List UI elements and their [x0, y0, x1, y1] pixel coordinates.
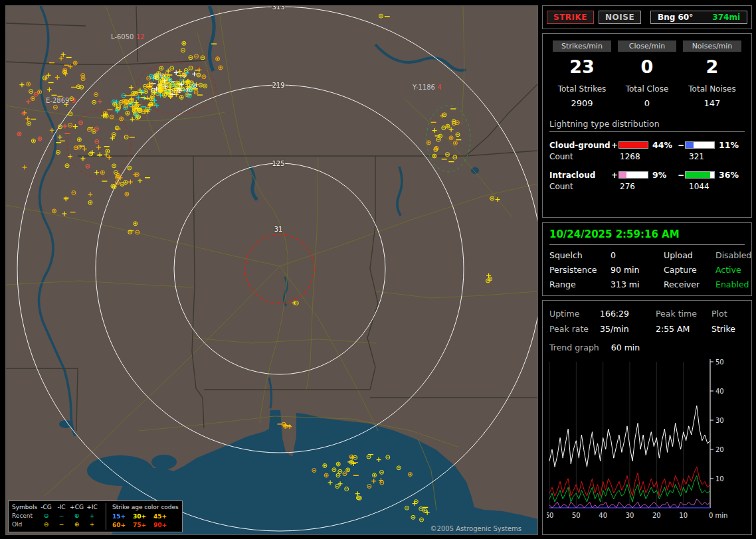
ic-neg-bar: [685, 171, 715, 179]
trend-panel: Uptime 166:29 Peak time Plot Peak rate 3…: [542, 300, 752, 535]
cg-pos-old-icon: ⊕: [69, 520, 84, 529]
legend-age-codes: Strike age color codes 15+30+45+ 60+75+9…: [106, 503, 179, 530]
plus-icon: +: [611, 171, 618, 180]
ic-pos-pct: 9%: [649, 170, 677, 180]
ic-pos-count: 276: [611, 182, 680, 191]
cloud-ground-row: Cloud-ground + 44% − 11%: [549, 140, 745, 150]
legend-recent-label: Recent: [12, 512, 39, 520]
plot-label: Plot: [711, 309, 749, 319]
total-noises-value: 147: [680, 98, 745, 108]
ic-neg-pct: 36%: [715, 170, 742, 180]
cg-neg-pct: 11%: [715, 140, 742, 150]
storm-cell-label: E-2869 9: [46, 97, 76, 104]
x-axis-label: 60: [547, 512, 553, 519]
legend-symbols: Symbols -CG -IC +CG +IC Recent ⊖ − ⊕ + O…: [12, 503, 100, 530]
legend-symbols-label: Symbols: [12, 503, 39, 512]
distribution-title: Lightning type distribution: [549, 119, 745, 132]
y-axis-label: 30: [715, 417, 724, 424]
close-per-min-value: 0: [614, 56, 680, 77]
plot-value: Strike: [711, 324, 749, 334]
ic-pos-bar: [618, 171, 648, 179]
persistence-value: 90 min: [611, 265, 664, 275]
range-label: Range: [549, 279, 611, 289]
strikes-per-min-value: 23: [549, 56, 614, 77]
intracloud-label: Intracloud: [549, 171, 611, 180]
bearing-range-display: Bng 60° 374mi: [650, 11, 747, 24]
cg-pos-bar: [618, 141, 648, 149]
y-axis-label: 40: [715, 388, 724, 395]
capture-value: Active: [715, 265, 751, 275]
map-panel: 31321912531 E-2869 9L-6050 12Y-1186 4 Sy…: [5, 5, 538, 535]
range-ring-label: 125: [272, 160, 284, 167]
x-axis-label: 20: [652, 512, 661, 519]
cg-count-label: Count: [549, 152, 611, 161]
lake: [87, 455, 153, 486]
strike-toggle-button[interactable]: STRIKE: [547, 11, 594, 24]
noises-per-min-header[interactable]: Noises/min: [683, 40, 741, 52]
receiver-value: Enabled: [715, 279, 751, 289]
range-ring-label: 219: [272, 82, 284, 89]
upload-label: Upload: [664, 250, 715, 260]
strikes-rate-column: Strikes/min 23 Total Strikes 2909: [549, 40, 614, 108]
ic-count-label: Count: [549, 182, 611, 191]
uptime-label: Uptime: [549, 309, 600, 319]
session-info-grid: Uptime 166:29 Peak time Plot Peak rate 3…: [547, 309, 749, 334]
bearing-value: Bng 60°: [658, 13, 693, 22]
y-axis-label: 20: [715, 446, 724, 453]
squelch-label: Squelch: [549, 250, 611, 260]
cg-neg-count: 321: [680, 152, 745, 161]
minus-icon: −: [677, 171, 685, 180]
range-value: 313 mi: [611, 279, 664, 289]
noises-rate-column: Noises/min 2 Total Noises 147: [680, 40, 745, 108]
receiver-status-grid: Squelch 0 Upload Disabled Persistence 90…: [549, 250, 745, 289]
cloud-ground-label: Cloud-ground: [549, 141, 611, 150]
legend-col-cg-neg: -CG: [39, 503, 54, 512]
total-strikes-value: 2909: [549, 98, 614, 108]
x-axis-label: 40: [599, 512, 607, 519]
strikes-per-min-header[interactable]: Strikes/min: [553, 40, 611, 52]
squelch-value: 0: [611, 250, 664, 260]
age-code-90+: 90+: [153, 521, 174, 530]
legend-col-cg-pos: +CG: [69, 503, 84, 512]
capture-label: Capture: [664, 265, 715, 275]
lightning-map[interactable]: 31321912531 E-2869 9L-6050 12Y-1186 4: [6, 6, 537, 534]
ic-neg-recent-icon: −: [54, 512, 69, 520]
sidebar: STRIKE NOISE Bng 60° 374mi Strikes/min 2…: [542, 5, 752, 535]
stats-panel: Strikes/min 23 Total Strikes 2909 Close/…: [542, 33, 752, 218]
x-axis-label: 30: [626, 512, 634, 519]
cursor-range-value: 374mi: [712, 13, 740, 22]
alarm-ring-label: 31: [274, 226, 283, 233]
cg-pos-pct: 44%: [649, 140, 677, 150]
intracloud-row: Intracloud + 9% − 36%: [549, 170, 745, 180]
top-toolbar: STRIKE NOISE Bng 60° 374mi: [542, 5, 752, 29]
trend-chart: 6050403020100 min1020304050: [547, 355, 751, 525]
plus-icon: +: [611, 141, 618, 150]
cg-neg-old-icon: ⊖: [39, 520, 54, 529]
legend-col-ic-pos: +IC: [84, 503, 100, 512]
noise-toggle-button[interactable]: NOISE: [599, 11, 641, 24]
trend-window-value: 60 min: [611, 343, 640, 352]
copyright-text: ©2005 Astrogenic Systems: [430, 525, 521, 532]
peak-rate-value: 35/min: [600, 324, 656, 334]
age-code-30+: 30+: [133, 512, 153, 521]
peak-rate-label: Peak rate: [549, 324, 600, 334]
legend-old-label: Old: [12, 520, 39, 529]
rate-grid: Strikes/min 23 Total Strikes 2909 Close/…: [549, 40, 745, 108]
storm-cell-label: L-6050 12: [111, 33, 144, 40]
cg-neg-bar: [685, 141, 715, 149]
minus-icon: −: [677, 141, 685, 150]
age-code-15+: 15+: [112, 512, 133, 521]
cg-pos-count: 1268: [611, 152, 680, 161]
total-close-value: 0: [614, 98, 680, 108]
age-code-45+: 45+: [153, 512, 174, 521]
x-axis-label: 0 min: [709, 512, 727, 519]
y-axis-label: 10: [715, 475, 724, 483]
lake: [151, 455, 177, 469]
range-ring-label: 313: [272, 6, 284, 11]
persistence-label: Persistence: [549, 265, 611, 275]
legend-age-title: Strike age color codes: [112, 503, 179, 512]
total-noises-label: Total Noises: [680, 84, 745, 94]
close-per-min-header[interactable]: Close/min: [618, 40, 676, 52]
age-code-60+: 60+: [112, 521, 133, 530]
storm-cell-label: Y-1186 4: [412, 84, 442, 91]
